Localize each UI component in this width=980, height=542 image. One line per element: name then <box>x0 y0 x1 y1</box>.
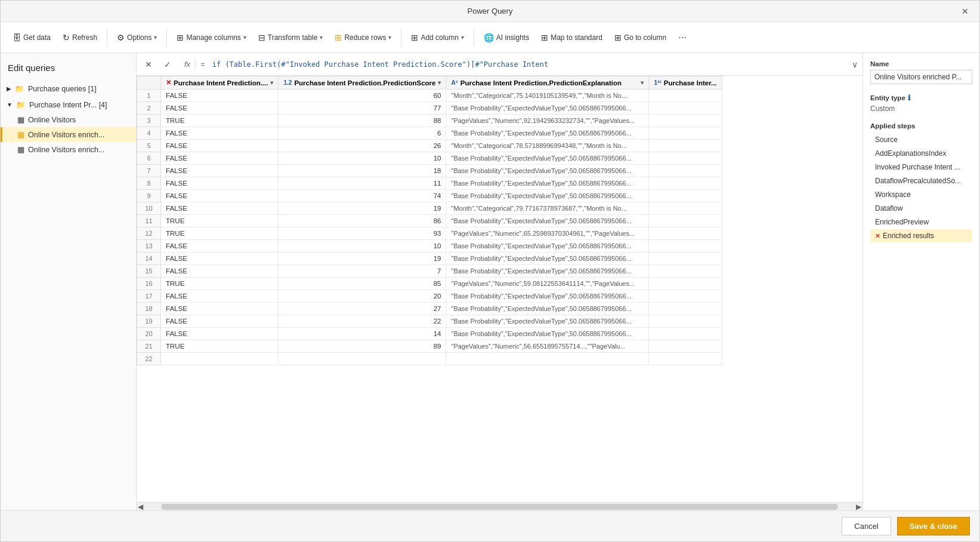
explanation-cell[interactable]: "Month","Categorical",78.57188996994348,… <box>446 140 649 152</box>
purchase-inter-cell[interactable] <box>649 290 722 303</box>
score-cell[interactable]: 89 <box>279 340 446 353</box>
explanation-cell[interactable]: "Base Probability","ExpectedValueType",5… <box>446 165 649 177</box>
explanation-cell[interactable]: "Base Probability","ExpectedValueType",5… <box>446 240 649 252</box>
score-cell[interactable]: 60 <box>279 90 446 102</box>
ai-insights-button[interactable]: 🌐 AI insights <box>479 30 534 45</box>
col-header-score[interactable]: 1.2 Purchase Intent Prediction.Predictio… <box>279 76 446 90</box>
bool-cell[interactable]: FALSE <box>161 165 279 177</box>
score-cell[interactable]: 11 <box>279 177 446 190</box>
score-cell[interactable]: 7 <box>279 265 446 278</box>
sidebar-group-purchase-queries-header[interactable]: ▶ 📁 Purchase queries [1] <box>1 81 136 96</box>
score-cell[interactable]: 93 <box>279 227 446 240</box>
step-item-workspace[interactable]: Workspace <box>870 188 972 201</box>
explanation-cell[interactable]: "Base Probability","ExpectedValueType",5… <box>446 303 649 315</box>
score-cell[interactable]: 77 <box>279 102 446 115</box>
manage-columns-button[interactable]: ⊞ Manage columns ▾ <box>172 30 251 45</box>
explanation-cell[interactable] <box>446 353 649 365</box>
score-cell[interactable]: 22 <box>279 315 446 328</box>
bool-cell[interactable]: TRUE <box>161 340 279 353</box>
purchase-inter-cell[interactable] <box>649 202 722 215</box>
get-data-button[interactable]: 🗄 Get data <box>8 30 55 45</box>
bool-cell[interactable]: FALSE <box>161 252 279 265</box>
formula-confirm-button[interactable]: ✓ <box>160 58 175 70</box>
sidebar-item-online-visitors-enrich1[interactable]: ▦ Online Visitors enrich... <box>1 127 136 142</box>
step-item-dataflow-precalculated[interactable]: DataflowPrecalculatedSo... <box>870 174 972 187</box>
score-cell[interactable]: 14 <box>279 328 446 340</box>
purchase-inter-cell[interactable] <box>649 227 722 240</box>
bool-cell[interactable]: FALSE <box>161 90 279 102</box>
add-column-button[interactable]: ⊞ Add column ▾ <box>406 30 468 45</box>
purchase-inter-cell[interactable] <box>649 353 722 365</box>
transform-table-button[interactable]: ⊟ Transform table ▾ <box>253 30 328 45</box>
explanation-cell[interactable]: "Base Probability","ExpectedValueType",5… <box>446 265 649 278</box>
sidebar-item-online-visitors[interactable]: ▦ Online Visitors <box>1 112 136 127</box>
purchase-inter-cell[interactable] <box>649 303 722 315</box>
purchase-inter-cell[interactable] <box>649 252 722 265</box>
formula-expand-button[interactable]: ∨ <box>852 60 858 69</box>
scroll-left-btn[interactable]: ◀ <box>138 503 143 511</box>
explanation-cell[interactable]: "Base Probability","ExpectedValueType",5… <box>446 190 649 202</box>
score-cell[interactable]: 10 <box>279 240 446 252</box>
map-to-standard-button[interactable]: ⊞ Map to standard <box>536 30 607 45</box>
score-cell[interactable]: 85 <box>279 278 446 290</box>
col-header-purchase-inter[interactable]: 1²³ Purchase Inter... <box>649 76 722 90</box>
purchase-inter-cell[interactable] <box>649 265 722 278</box>
more-button[interactable]: ··· <box>673 30 691 45</box>
purchase-inter-cell[interactable] <box>649 102 722 115</box>
bool-cell[interactable]: FALSE <box>161 265 279 278</box>
reduce-rows-button[interactable]: ⊞ Reduce rows ▾ <box>330 30 396 45</box>
explanation-cell[interactable]: "Base Probability","ExpectedValueType",5… <box>446 290 649 303</box>
purchase-inter-cell[interactable] <box>649 140 722 152</box>
col-header-explanation[interactable]: Aᶜ Purchase Intent Prediction.Prediction… <box>446 76 649 90</box>
options-button[interactable]: ⚙ Options ▾ <box>112 30 162 45</box>
purchase-inter-cell[interactable] <box>649 315 722 328</box>
refresh-button[interactable]: ↻ Refresh <box>58 30 102 45</box>
save-close-button[interactable]: Save & close <box>897 517 970 535</box>
score-cell[interactable]: 6 <box>279 127 446 140</box>
formula-cancel-button[interactable]: ✕ <box>141 58 156 70</box>
explanation-cell[interactable]: "Base Probability","ExpectedValueType",5… <box>446 127 649 140</box>
explanation-cell[interactable]: "Base Probability","ExpectedValueType",5… <box>446 102 649 115</box>
filter-btn-2[interactable]: ▾ <box>438 79 441 86</box>
explanation-cell[interactable]: "Base Probability","ExpectedValueType",5… <box>446 328 649 340</box>
bool-cell[interactable]: TRUE <box>161 227 279 240</box>
purchase-inter-cell[interactable] <box>649 340 722 353</box>
bool-cell[interactable]: FALSE <box>161 328 279 340</box>
bool-cell[interactable]: FALSE <box>161 152 279 165</box>
purchase-inter-cell[interactable] <box>649 177 722 190</box>
bool-cell[interactable]: FALSE <box>161 127 279 140</box>
bool-cell[interactable]: FALSE <box>161 177 279 190</box>
bool-cell[interactable]: FALSE <box>161 315 279 328</box>
bool-cell[interactable]: FALSE <box>161 303 279 315</box>
score-cell[interactable]: 74 <box>279 190 446 202</box>
score-cell[interactable]: 86 <box>279 215 446 227</box>
name-input[interactable] <box>870 70 972 84</box>
purchase-inter-cell[interactable] <box>649 278 722 290</box>
bool-cell[interactable]: TRUE <box>161 278 279 290</box>
step-item-invoked-purchase-intent[interactable]: Invoked Purchase Intent ... <box>870 161 972 174</box>
scroll-right-btn[interactable]: ▶ <box>856 503 861 511</box>
explanation-cell[interactable]: "Base Probability","ExpectedValueType",5… <box>446 152 649 165</box>
explanation-cell[interactable]: "PageValues","Numeric",65.25989370304961… <box>446 227 649 240</box>
explanation-cell[interactable]: "Base Probability","ExpectedValueType",5… <box>446 177 649 190</box>
step-item-dataflow[interactable]: Dataflow <box>870 202 972 215</box>
sidebar-group-purchase-intent-header[interactable]: ▼ 📁 Purchase Intent Pr... [4] <box>1 97 136 112</box>
bool-cell[interactable]: TRUE <box>161 115 279 127</box>
explanation-cell[interactable]: "Base Probability","ExpectedValueType",5… <box>446 252 649 265</box>
explanation-cell[interactable]: "Base Probability","ExpectedValueType",5… <box>446 215 649 227</box>
filter-btn-1[interactable]: ▾ <box>270 79 273 86</box>
bool-cell[interactable]: FALSE <box>161 140 279 152</box>
explanation-cell[interactable]: "Month","Categorical",75.14019105139549,… <box>446 90 649 102</box>
bool-cell[interactable]: TRUE <box>161 215 279 227</box>
purchase-inter-cell[interactable] <box>649 152 722 165</box>
purchase-inter-cell[interactable] <box>649 328 722 340</box>
step-item-enriched-preview[interactable]: EnrichedPreview <box>870 215 972 229</box>
explanation-cell[interactable]: "Base Probability","ExpectedValueType",5… <box>446 315 649 328</box>
bool-cell[interactable]: FALSE <box>161 202 279 215</box>
step-item-add-explanations[interactable]: AddExplanationsIndex <box>870 147 972 160</box>
purchase-inter-cell[interactable] <box>649 127 722 140</box>
bool-cell[interactable]: FALSE <box>161 290 279 303</box>
bool-cell[interactable] <box>161 353 279 365</box>
score-cell[interactable]: 20 <box>279 290 446 303</box>
purchase-inter-cell[interactable] <box>649 215 722 227</box>
